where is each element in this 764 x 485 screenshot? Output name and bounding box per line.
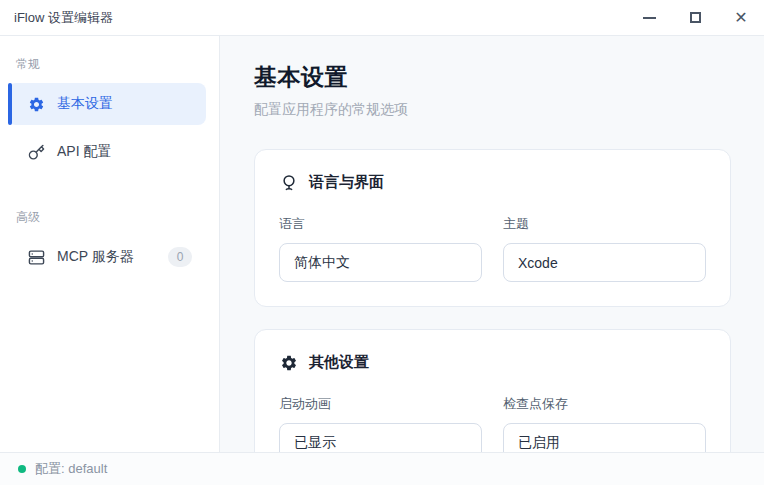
main-content: 基本设置 配置应用程序的常规选项 语言与界面 语言 — [220, 36, 764, 452]
card-title: 语言与界面 — [309, 173, 384, 192]
sidebar-item-label: MCP 服务器 — [57, 248, 134, 266]
server-icon — [27, 248, 45, 266]
app-window: iFlow 设置编辑器 ✕ 常规 基本设置 — [0, 0, 764, 485]
page-title: 基本设置 — [254, 62, 731, 93]
sidebar-item-mcp-servers[interactable]: MCP 服务器 0 — [8, 236, 206, 278]
checkpoint-save-select[interactable]: 已启用 — [503, 423, 706, 452]
theme-select[interactable]: Xcode — [503, 243, 706, 282]
field-label: 检查点保存 — [503, 395, 706, 413]
minimize-icon — [643, 17, 656, 19]
maximize-icon — [690, 12, 701, 23]
sidebar-item-basic-settings[interactable]: 基本设置 — [8, 83, 206, 125]
mcp-server-count-badge: 0 — [168, 247, 192, 267]
sidebar-item-label: API 配置 — [57, 143, 111, 161]
field-language: 语言 简体中文 — [279, 215, 482, 282]
card-language-interface: 语言与界面 语言 简体中文 主题 Xcode — [254, 149, 731, 307]
sidebar-item-api-config[interactable]: API 配置 — [8, 131, 206, 173]
field-checkpoint-save: 检查点保存 已启用 — [503, 395, 706, 452]
status-dot-icon — [18, 465, 26, 473]
gear-icon — [27, 95, 45, 113]
card-header: 语言与界面 — [279, 173, 706, 192]
card-other-settings: 其他设置 启动动画 已显示 检查点保存 已启用 — [254, 329, 731, 452]
card-header: 其他设置 — [279, 353, 706, 372]
page-subtitle: 配置应用程序的常规选项 — [254, 101, 731, 119]
language-select[interactable]: 简体中文 — [279, 243, 482, 282]
field-label: 启动动画 — [279, 395, 482, 413]
sidebar-section-advanced: 高级 — [0, 201, 219, 236]
minimize-button[interactable] — [626, 0, 672, 35]
field-grid: 启动动画 已显示 检查点保存 已启用 — [279, 395, 706, 452]
maximize-button[interactable] — [672, 0, 718, 35]
field-label: 主题 — [503, 215, 706, 233]
close-icon: ✕ — [734, 10, 747, 26]
field-label: 语言 — [279, 215, 482, 233]
app-body: 常规 基本设置 API 配置 高级 — [0, 36, 764, 452]
sidebar: 常规 基本设置 API 配置 高级 — [0, 36, 220, 452]
config-status-text: 配置: default — [35, 460, 107, 478]
sidebar-item-label: 基本设置 — [57, 95, 113, 113]
key-icon — [27, 143, 45, 161]
window-controls: ✕ — [626, 0, 764, 35]
gear-icon — [279, 353, 298, 372]
window-title: iFlow 设置编辑器 — [14, 9, 113, 27]
card-title: 其他设置 — [309, 353, 369, 372]
field-theme: 主题 Xcode — [503, 215, 706, 282]
startup-animation-select[interactable]: 已显示 — [279, 423, 482, 452]
field-grid: 语言 简体中文 主题 Xcode — [279, 215, 706, 282]
field-startup-animation: 启动动画 已显示 — [279, 395, 482, 452]
statusbar: 配置: default — [0, 452, 764, 485]
close-button[interactable]: ✕ — [718, 0, 764, 35]
sidebar-section-general: 常规 — [0, 48, 219, 83]
titlebar: iFlow 设置编辑器 ✕ — [0, 0, 764, 36]
globe-icon — [279, 173, 298, 192]
